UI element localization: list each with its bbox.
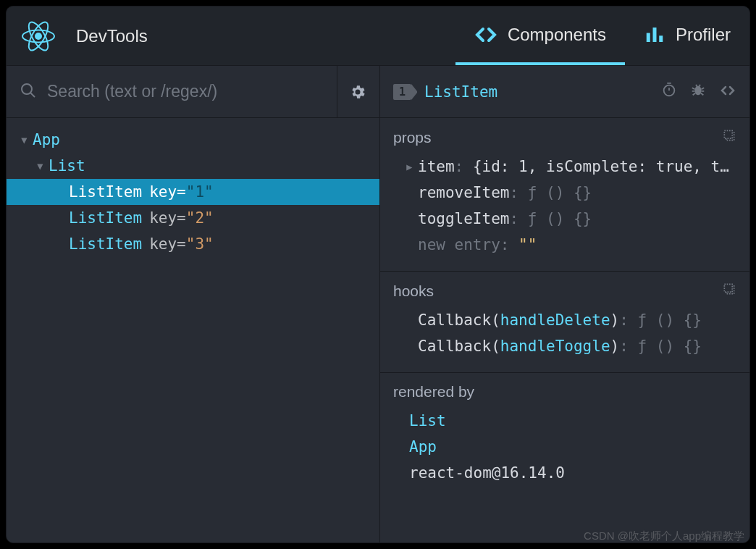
devtools-window: DevTools Components Profiler bbox=[6, 6, 750, 543]
prop-key: item bbox=[418, 158, 455, 175]
search-bar bbox=[7, 66, 379, 118]
tab-profiler[interactable]: Profiler bbox=[625, 7, 749, 65]
svg-point-9 bbox=[664, 85, 675, 96]
section-title: hooks bbox=[393, 282, 722, 300]
prop-row[interactable]: removeItem: ƒ () {} bbox=[393, 180, 736, 206]
hook-row[interactable]: Callback(handleToggle): ƒ () {} bbox=[393, 333, 736, 359]
copy-icon[interactable] bbox=[722, 282, 736, 300]
rendered-by-section: rendered by ListAppreact-dom@16.14.0 bbox=[380, 373, 749, 499]
prop-key: removeItem bbox=[418, 184, 509, 201]
prop-row[interactable]: new entry: "" bbox=[393, 232, 736, 258]
component-name: ListItem bbox=[69, 205, 142, 231]
prop-key: new entry bbox=[418, 236, 500, 253]
prop-row[interactable]: ▸item: {id: 1, isComplete: true, t… bbox=[393, 154, 736, 180]
caret-down-icon: ▾ bbox=[20, 127, 30, 153]
body: ▾App▾ListListItemkey="1"ListItemkey="2"L… bbox=[7, 66, 749, 542]
tree-row-listitem[interactable]: ListItemkey="3" bbox=[7, 231, 379, 257]
svg-point-0 bbox=[35, 33, 41, 39]
svg-point-12 bbox=[694, 85, 701, 95]
svg-rect-6 bbox=[659, 35, 663, 42]
hook-name: Callback bbox=[418, 338, 491, 355]
rendered-by-item[interactable]: List bbox=[409, 408, 736, 434]
react-logo-icon bbox=[21, 19, 56, 54]
svg-rect-24 bbox=[724, 284, 732, 292]
prop-value: "" bbox=[518, 236, 537, 253]
view-source-icon[interactable] bbox=[719, 82, 736, 102]
tab-label: Profiler bbox=[676, 25, 731, 45]
svg-line-13 bbox=[692, 88, 695, 89]
key-attr: key="1" bbox=[149, 179, 214, 205]
section-title: rendered by bbox=[393, 383, 736, 401]
component-name: App bbox=[33, 127, 60, 153]
tree-row-listitem[interactable]: ListItemkey="2" bbox=[7, 205, 379, 231]
suspend-icon[interactable] bbox=[661, 82, 677, 102]
prop-value: ƒ () {} bbox=[528, 184, 592, 201]
svg-rect-22 bbox=[724, 130, 732, 138]
tree-row-app[interactable]: ▾App bbox=[7, 127, 379, 153]
settings-button[interactable] bbox=[337, 66, 366, 117]
section-title: props bbox=[393, 129, 722, 146]
search-icon bbox=[20, 82, 37, 102]
header: DevTools Components Profiler bbox=[7, 7, 749, 66]
component-tree: ▾App▾ListListItemkey="1"ListItemkey="2"L… bbox=[7, 118, 379, 257]
svg-line-8 bbox=[30, 93, 35, 97]
bug-icon[interactable] bbox=[690, 82, 706, 102]
component-name: List bbox=[49, 153, 85, 179]
right-pane: 1 ListItem props ▸item: {id: 1, isComple… bbox=[380, 66, 749, 542]
svg-line-19 bbox=[696, 84, 697, 86]
code-icon bbox=[474, 23, 497, 46]
tabs: Components Profiler bbox=[455, 7, 749, 65]
tree-row-listitem[interactable]: ListItemkey="1" bbox=[7, 179, 379, 205]
rendered-by-item[interactable]: App bbox=[409, 434, 736, 460]
hook-row[interactable]: Callback(handleDelete): ƒ () {} bbox=[393, 307, 736, 333]
left-pane: ▾App▾ListListItemkey="1"ListItemkey="2"L… bbox=[7, 66, 380, 542]
prop-row[interactable]: toggleItem: ƒ () {} bbox=[393, 206, 736, 232]
props-section: props ▸item: {id: 1, isComplete: true, t… bbox=[380, 118, 749, 272]
prop-value: ƒ () {} bbox=[528, 210, 592, 227]
tab-components[interactable]: Components bbox=[455, 7, 625, 65]
search-input[interactable] bbox=[47, 82, 337, 101]
svg-line-14 bbox=[702, 88, 705, 89]
caret-right-icon: ▸ bbox=[405, 154, 413, 180]
app-title: DevTools bbox=[76, 26, 148, 46]
component-name: ListItem bbox=[69, 231, 142, 257]
rendered-by-item: react-dom@16.14.0 bbox=[409, 460, 736, 486]
svg-rect-4 bbox=[647, 33, 650, 42]
component-name: ListItem bbox=[69, 179, 142, 205]
prop-key: toggleItem bbox=[418, 210, 509, 227]
svg-line-18 bbox=[701, 93, 704, 95]
svg-rect-5 bbox=[652, 28, 656, 42]
bars-icon bbox=[644, 24, 665, 46]
detail-actions bbox=[661, 82, 736, 102]
watermark: CSDN @吹老师个人app编程教学 bbox=[584, 529, 744, 543]
hooks-section: hooks Callback(handleDelete): ƒ () {}Cal… bbox=[380, 272, 749, 373]
selected-component-name: ListItem bbox=[424, 83, 661, 101]
tab-label: Components bbox=[508, 25, 606, 45]
key-attr: key="2" bbox=[149, 205, 214, 231]
breadcrumb-badge[interactable]: 1 bbox=[393, 84, 411, 100]
hook-arg: handleToggle bbox=[500, 338, 610, 355]
hook-arg: handleDelete bbox=[500, 311, 610, 329]
svg-line-20 bbox=[700, 84, 700, 86]
key-attr: key="3" bbox=[149, 231, 214, 257]
copy-icon[interactable] bbox=[722, 128, 736, 146]
svg-point-7 bbox=[22, 84, 32, 94]
hook-value: ƒ () {} bbox=[637, 311, 702, 329]
prop-value: {id: 1, isComplete: true, t… bbox=[473, 158, 729, 175]
caret-down-icon: ▾ bbox=[35, 153, 46, 179]
tree-row-list[interactable]: ▾List bbox=[7, 153, 379, 179]
title-section: DevTools bbox=[7, 19, 455, 54]
detail-header: 1 ListItem bbox=[380, 66, 749, 118]
hook-value: ƒ () {} bbox=[637, 338, 702, 355]
hook-name: Callback bbox=[418, 311, 491, 329]
svg-line-17 bbox=[693, 93, 696, 95]
